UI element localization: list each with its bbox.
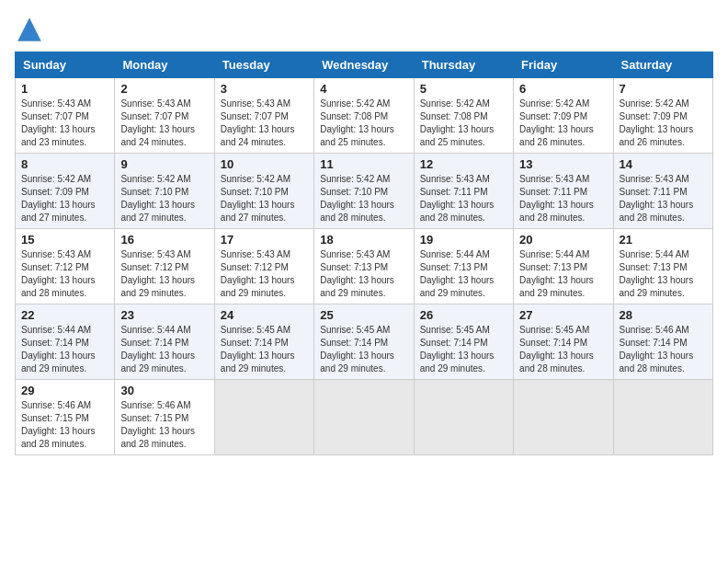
calendar-week-3: 15Sunrise: 5:43 AM Sunset: 7:12 PM Dayli… bbox=[16, 229, 713, 304]
day-number: 7 bbox=[620, 82, 707, 96]
day-number: 5 bbox=[420, 82, 507, 96]
day-number: 21 bbox=[620, 233, 707, 247]
calendar-cell bbox=[314, 380, 414, 455]
day-info: Sunrise: 5:45 AM Sunset: 7:14 PM Dayligh… bbox=[221, 324, 308, 375]
day-info: Sunrise: 5:43 AM Sunset: 7:07 PM Dayligh… bbox=[221, 98, 308, 149]
day-info: Sunrise: 5:44 AM Sunset: 7:14 PM Dayligh… bbox=[21, 324, 108, 375]
calendar-cell: 4Sunrise: 5:42 AM Sunset: 7:08 PM Daylig… bbox=[314, 78, 414, 154]
day-number: 25 bbox=[320, 308, 407, 322]
day-info: Sunrise: 5:45 AM Sunset: 7:14 PM Dayligh… bbox=[420, 324, 507, 375]
day-info: Sunrise: 5:44 AM Sunset: 7:13 PM Dayligh… bbox=[620, 248, 707, 300]
day-info: Sunrise: 5:42 AM Sunset: 7:09 PM Dayligh… bbox=[519, 98, 607, 149]
day-number: 9 bbox=[120, 157, 208, 171]
calendar-cell: 19Sunrise: 5:44 AM Sunset: 7:13 PM Dayli… bbox=[414, 229, 513, 304]
calendar-week-5: 29Sunrise: 5:46 AM Sunset: 7:15 PM Dayli… bbox=[16, 380, 713, 455]
calendar-cell: 22Sunrise: 5:44 AM Sunset: 7:14 PM Dayli… bbox=[16, 304, 115, 380]
calendar-cell: 15Sunrise: 5:43 AM Sunset: 7:12 PM Dayli… bbox=[16, 229, 115, 304]
day-number: 10 bbox=[221, 157, 308, 171]
page-header bbox=[15, 15, 713, 44]
day-info: Sunrise: 5:44 AM Sunset: 7:14 PM Dayligh… bbox=[120, 324, 208, 375]
calendar-cell: 5Sunrise: 5:42 AM Sunset: 7:08 PM Daylig… bbox=[414, 78, 513, 154]
day-number: 16 bbox=[120, 233, 208, 247]
calendar-header-thursday: Thursday bbox=[414, 52, 513, 78]
calendar-cell: 10Sunrise: 5:42 AM Sunset: 7:10 PM Dayli… bbox=[214, 154, 313, 229]
day-number: 2 bbox=[120, 82, 208, 96]
calendar-cell: 7Sunrise: 5:42 AM Sunset: 7:09 PM Daylig… bbox=[613, 78, 712, 154]
day-info: Sunrise: 5:45 AM Sunset: 7:14 PM Dayligh… bbox=[320, 324, 407, 375]
day-number: 11 bbox=[320, 157, 407, 171]
day-number: 30 bbox=[120, 384, 208, 397]
day-number: 15 bbox=[21, 233, 108, 247]
day-info: Sunrise: 5:43 AM Sunset: 7:07 PM Dayligh… bbox=[120, 98, 208, 149]
calendar-cell: 6Sunrise: 5:42 AM Sunset: 7:09 PM Daylig… bbox=[514, 78, 613, 154]
calendar-cell: 29Sunrise: 5:46 AM Sunset: 7:15 PM Dayli… bbox=[16, 380, 115, 455]
calendar-cell: 23Sunrise: 5:44 AM Sunset: 7:14 PM Dayli… bbox=[115, 304, 214, 380]
calendar-cell: 28Sunrise: 5:46 AM Sunset: 7:14 PM Dayli… bbox=[613, 304, 712, 380]
day-number: 12 bbox=[420, 157, 507, 171]
day-number: 4 bbox=[320, 82, 407, 96]
day-info: Sunrise: 5:42 AM Sunset: 7:08 PM Dayligh… bbox=[420, 98, 507, 149]
day-number: 29 bbox=[21, 384, 108, 397]
day-info: Sunrise: 5:43 AM Sunset: 7:13 PM Dayligh… bbox=[320, 248, 407, 300]
day-info: Sunrise: 5:42 AM Sunset: 7:09 PM Dayligh… bbox=[21, 173, 108, 224]
day-info: Sunrise: 5:42 AM Sunset: 7:09 PM Dayligh… bbox=[620, 98, 707, 149]
calendar-week-2: 8Sunrise: 5:42 AM Sunset: 7:09 PM Daylig… bbox=[16, 154, 713, 229]
day-number: 8 bbox=[21, 157, 108, 171]
day-number: 3 bbox=[221, 82, 308, 96]
calendar-cell: 12Sunrise: 5:43 AM Sunset: 7:11 PM Dayli… bbox=[414, 154, 513, 229]
calendar-cell: 17Sunrise: 5:43 AM Sunset: 7:12 PM Dayli… bbox=[214, 229, 313, 304]
calendar-week-4: 22Sunrise: 5:44 AM Sunset: 7:14 PM Dayli… bbox=[16, 304, 713, 380]
day-info: Sunrise: 5:43 AM Sunset: 7:12 PM Dayligh… bbox=[221, 248, 308, 300]
calendar-week-1: 1Sunrise: 5:43 AM Sunset: 7:07 PM Daylig… bbox=[16, 78, 713, 154]
day-number: 20 bbox=[519, 233, 607, 247]
calendar-cell: 27Sunrise: 5:45 AM Sunset: 7:14 PM Dayli… bbox=[514, 304, 613, 380]
calendar-cell: 24Sunrise: 5:45 AM Sunset: 7:14 PM Dayli… bbox=[214, 304, 313, 380]
day-info: Sunrise: 5:42 AM Sunset: 7:10 PM Dayligh… bbox=[320, 173, 407, 224]
day-number: 13 bbox=[519, 157, 607, 171]
day-info: Sunrise: 5:44 AM Sunset: 7:13 PM Dayligh… bbox=[519, 248, 607, 300]
calendar-cell: 2Sunrise: 5:43 AM Sunset: 7:07 PM Daylig… bbox=[115, 78, 214, 154]
calendar-cell: 8Sunrise: 5:42 AM Sunset: 7:09 PM Daylig… bbox=[16, 154, 115, 229]
day-number: 27 bbox=[519, 308, 607, 322]
day-number: 23 bbox=[120, 308, 208, 322]
calendar-cell: 21Sunrise: 5:44 AM Sunset: 7:13 PM Dayli… bbox=[613, 229, 712, 304]
day-info: Sunrise: 5:43 AM Sunset: 7:07 PM Dayligh… bbox=[21, 98, 108, 149]
day-number: 19 bbox=[420, 233, 507, 247]
calendar-header-tuesday: Tuesday bbox=[214, 52, 313, 78]
day-number: 28 bbox=[620, 308, 707, 322]
calendar-cell: 18Sunrise: 5:43 AM Sunset: 7:13 PM Dayli… bbox=[314, 229, 414, 304]
day-number: 26 bbox=[420, 308, 507, 322]
calendar-header-saturday: Saturday bbox=[613, 52, 712, 78]
day-info: Sunrise: 5:43 AM Sunset: 7:12 PM Dayligh… bbox=[21, 248, 108, 300]
calendar-header-friday: Friday bbox=[514, 52, 613, 78]
day-info: Sunrise: 5:46 AM Sunset: 7:15 PM Dayligh… bbox=[21, 399, 108, 451]
day-info: Sunrise: 5:46 AM Sunset: 7:15 PM Dayligh… bbox=[120, 399, 208, 451]
day-number: 1 bbox=[21, 82, 108, 96]
day-number: 18 bbox=[320, 233, 407, 247]
day-number: 22 bbox=[21, 308, 108, 322]
calendar-cell: 25Sunrise: 5:45 AM Sunset: 7:14 PM Dayli… bbox=[314, 304, 414, 380]
calendar-table: SundayMondayTuesdayWednesdayThursdayFrid… bbox=[15, 52, 713, 455]
day-info: Sunrise: 5:44 AM Sunset: 7:13 PM Dayligh… bbox=[420, 248, 507, 300]
logo bbox=[15, 15, 48, 44]
day-info: Sunrise: 5:42 AM Sunset: 7:10 PM Dayligh… bbox=[120, 173, 208, 224]
calendar-cell: 20Sunrise: 5:44 AM Sunset: 7:13 PM Dayli… bbox=[514, 229, 613, 304]
day-info: Sunrise: 5:43 AM Sunset: 7:11 PM Dayligh… bbox=[519, 173, 607, 224]
day-number: 17 bbox=[221, 233, 308, 247]
calendar-header-row: SundayMondayTuesdayWednesdayThursdayFrid… bbox=[16, 52, 713, 78]
calendar-cell: 11Sunrise: 5:42 AM Sunset: 7:10 PM Dayli… bbox=[314, 154, 414, 229]
calendar-cell bbox=[414, 380, 513, 455]
calendar-cell bbox=[613, 380, 712, 455]
calendar-cell bbox=[214, 380, 313, 455]
day-info: Sunrise: 5:42 AM Sunset: 7:10 PM Dayligh… bbox=[221, 173, 308, 224]
day-info: Sunrise: 5:45 AM Sunset: 7:14 PM Dayligh… bbox=[519, 324, 607, 375]
calendar-header-sunday: Sunday bbox=[16, 52, 115, 78]
calendar-cell: 26Sunrise: 5:45 AM Sunset: 7:14 PM Dayli… bbox=[414, 304, 513, 380]
day-info: Sunrise: 5:43 AM Sunset: 7:11 PM Dayligh… bbox=[620, 173, 707, 224]
calendar-header-monday: Monday bbox=[115, 52, 214, 78]
day-info: Sunrise: 5:43 AM Sunset: 7:12 PM Dayligh… bbox=[120, 248, 208, 300]
day-number: 14 bbox=[620, 157, 707, 171]
day-number: 6 bbox=[519, 82, 607, 96]
calendar-cell bbox=[514, 380, 613, 455]
calendar-cell: 30Sunrise: 5:46 AM Sunset: 7:15 PM Dayli… bbox=[115, 380, 214, 455]
